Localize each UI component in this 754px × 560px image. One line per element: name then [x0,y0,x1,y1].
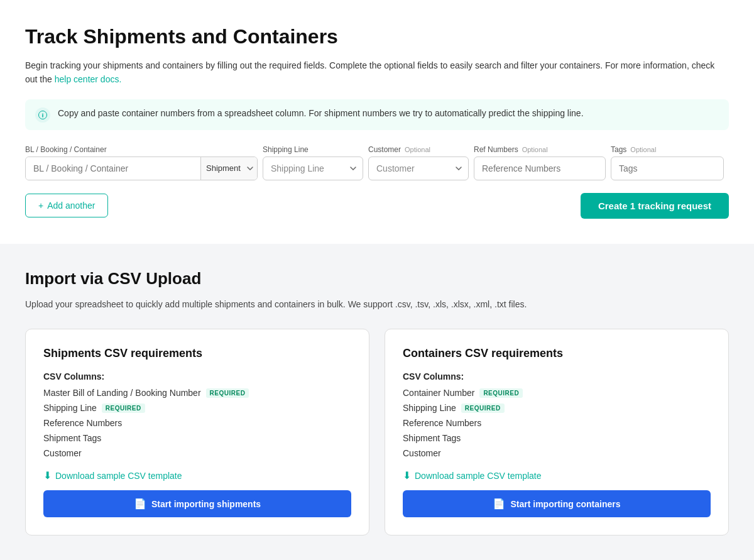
ref-numbers-field-group: Ref Numbers Optional [474,145,606,180]
tags-field-group: Tags Optional [611,145,724,180]
upload-icon: 📄 [134,498,146,510]
required-badge: REQUIRED [102,404,145,413]
ref-numbers-input[interactable] [474,156,606,180]
import-description: Upload your spreadsheet to quickly add m… [25,297,729,311]
customer-optional: Optional [405,146,430,153]
list-item: Reference Numbers [403,418,711,428]
track-section: Track Shipments and Containers Begin tra… [0,0,754,244]
list-item: Master Bill of Landing / Booking Number … [43,388,351,398]
import-title: Import via CSV Upload [25,269,729,288]
import-section: Import via CSV Upload Upload your spread… [0,244,754,560]
bl-input[interactable] [26,157,200,180]
import-shipments-label: Start importing shipments [151,499,261,509]
customer-select[interactable]: Customer [368,156,469,180]
form-actions: + Add another Create 1 tracking request [25,193,729,219]
shipments-csv-card: Shipments CSV requirements CSV Columns: … [25,329,369,535]
svg-point-1 [42,113,43,114]
bl-field-group: BL / Booking / Container Shipment Contai… [25,145,258,180]
required-badge: REQUIRED [461,404,505,413]
csv-cards-container: Shipments CSV requirements CSV Columns: … [25,329,729,535]
list-item: Container Number REQUIRED [403,388,711,398]
shipments-card-title: Shipments CSV requirements [43,347,351,360]
track-desc-text: Begin tracking your shipments and contai… [25,60,714,84]
create-tracking-button[interactable]: Create 1 tracking request [581,193,729,219]
tags-label: Tags Optional [611,145,724,154]
download-icon: ⬇ [403,469,411,481]
info-banner-text: Copy and paste container numbers from a … [58,107,584,120]
shipments-download-label: Download sample CSV template [55,471,182,481]
list-item: Customer [403,448,711,458]
containers-csv-card: Containers CSV requirements CSV Columns:… [385,329,729,535]
list-item: Shipping Line REQUIRED [43,403,351,413]
customer-field-group: Customer Optional Customer [368,145,469,180]
required-badge: REQUIRED [206,388,249,398]
start-importing-shipments-button[interactable]: 📄 Start importing shipments [43,490,351,517]
shipments-columns-label: CSV Columns: [43,371,351,382]
add-another-button[interactable]: + Add another [25,194,108,217]
tags-optional: Optional [630,146,656,153]
bl-input-wrap: Shipment Container [25,156,258,180]
shipping-line-select[interactable]: Shipping Line [263,156,363,180]
ref-numbers-label: Ref Numbers Optional [474,145,606,154]
containers-download-link[interactable]: ⬇ Download sample CSV template [403,469,711,481]
download-icon: ⬇ [43,469,52,481]
containers-card-title: Containers CSV requirements [403,347,711,360]
tags-input[interactable] [611,156,724,180]
page-title: Track Shipments and Containers [25,25,729,48]
list-item: Shipment Tags [403,433,711,443]
shipment-type-select[interactable]: Shipment Container [200,157,257,180]
bl-label: BL / Booking / Container [25,145,258,154]
list-item: Shipping Line REQUIRED [403,403,711,413]
import-containers-label: Start importing containers [510,499,620,509]
required-badge: REQUIRED [479,388,523,398]
info-icon [35,107,50,123]
help-center-link[interactable]: help center docs. [55,74,122,84]
add-another-label: Add another [47,200,95,211]
list-item: Customer [43,448,351,458]
list-item: Shipment Tags [43,433,351,443]
upload-icon: 📄 [493,498,505,510]
shipments-download-link[interactable]: ⬇ Download sample CSV template [43,469,351,481]
track-description: Begin tracking your shipments and contai… [25,58,729,87]
containers-columns-label: CSV Columns: [403,371,711,382]
start-importing-containers-button[interactable]: 📄 Start importing containers [403,490,711,517]
shipping-line-field-group: Shipping Line Shipping Line [263,145,363,180]
info-banner: Copy and paste container numbers from a … [25,99,729,130]
list-item: Reference Numbers [43,418,351,428]
ref-numbers-optional: Optional [522,146,548,153]
shipping-line-label: Shipping Line [263,145,363,154]
customer-label: Customer Optional [368,145,469,154]
containers-download-label: Download sample CSV template [415,471,542,481]
tracking-form-row: BL / Booking / Container Shipment Contai… [25,145,729,180]
add-another-icon: + [38,200,43,211]
